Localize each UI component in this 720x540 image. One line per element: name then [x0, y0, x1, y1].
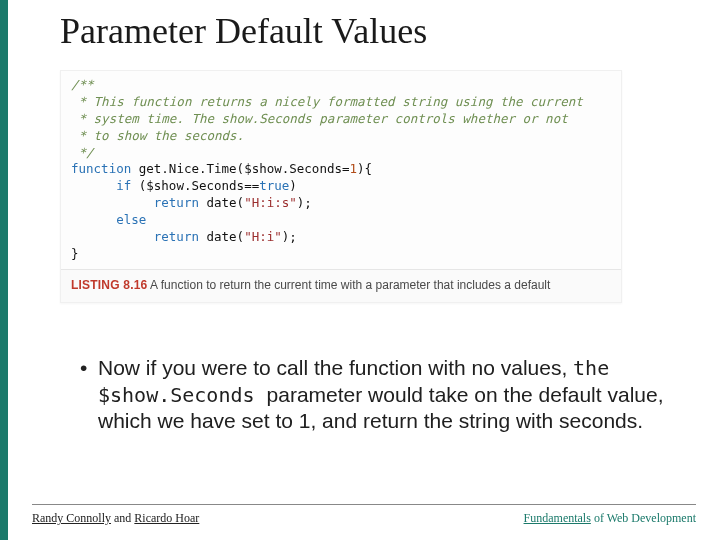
- stmt-end: );: [282, 229, 297, 244]
- author-b: Ricardo Hoar: [134, 511, 199, 525]
- accent-bar: [0, 0, 8, 540]
- cond-var: $show.Seconds: [146, 178, 244, 193]
- str-literal: "H:i:s": [244, 195, 297, 210]
- comment-line: */: [71, 145, 94, 160]
- brace-close: }: [71, 246, 79, 261]
- sig-close: ){: [357, 161, 372, 176]
- book-title-a: Fundamentals: [524, 511, 591, 525]
- kw-return: return: [154, 229, 199, 244]
- comment-line: * to show the seconds.: [71, 128, 244, 143]
- bullet-list: • Now if you were to call the function w…: [80, 355, 670, 436]
- comment-line: * This function returns a nicely formatt…: [71, 94, 583, 109]
- kw-return: return: [154, 195, 199, 210]
- footer-left: Randy Connolly and Ricardo Hoar: [32, 511, 199, 526]
- kw-function: function: [71, 161, 131, 176]
- fn-name: get.Nice.Time: [139, 161, 237, 176]
- listing-caption: LISTING 8.16 A function to return the cu…: [61, 269, 621, 302]
- bullet-text: Now if you were to call the function wit…: [98, 355, 670, 436]
- bullet-dot: •: [80, 355, 98, 436]
- str-literal: "H:i": [244, 229, 282, 244]
- footer-and: and: [111, 511, 134, 525]
- kw-if: if: [116, 178, 131, 193]
- date-call: date(: [206, 229, 244, 244]
- code-block: /** * This function returns a nicely for…: [61, 77, 621, 269]
- paren-close: ): [289, 178, 297, 193]
- comment-line: * system time. The show.Seconds paramete…: [71, 111, 568, 126]
- book-title-b: of Web Development: [591, 511, 696, 525]
- author-a: Randy Connolly: [32, 511, 111, 525]
- default-val: 1: [350, 161, 358, 176]
- comment-line: /**: [71, 77, 94, 92]
- slide: Parameter Default Values /** * This func…: [8, 0, 720, 540]
- listing-label: LISTING 8.16: [71, 278, 147, 292]
- footer-rule: [32, 504, 696, 505]
- eq: =: [342, 161, 350, 176]
- footer: Randy Connolly and Ricardo Hoar Fundamen…: [32, 504, 696, 526]
- bullet-pre: Now if you were to call the function wit…: [98, 356, 573, 379]
- code-listing: /** * This function returns a nicely for…: [60, 70, 622, 303]
- listing-caption-text: A function to return the current time wi…: [147, 278, 550, 292]
- param-var: $show.Seconds: [244, 161, 342, 176]
- cond-op: ==: [244, 178, 259, 193]
- page-title: Parameter Default Values: [60, 10, 696, 52]
- stmt-end: );: [297, 195, 312, 210]
- footer-right: Fundamentals of Web Development: [524, 511, 696, 526]
- date-call: date(: [206, 195, 244, 210]
- kw-else: else: [116, 212, 146, 227]
- list-item: • Now if you were to call the function w…: [80, 355, 670, 436]
- kw-true: true: [259, 178, 289, 193]
